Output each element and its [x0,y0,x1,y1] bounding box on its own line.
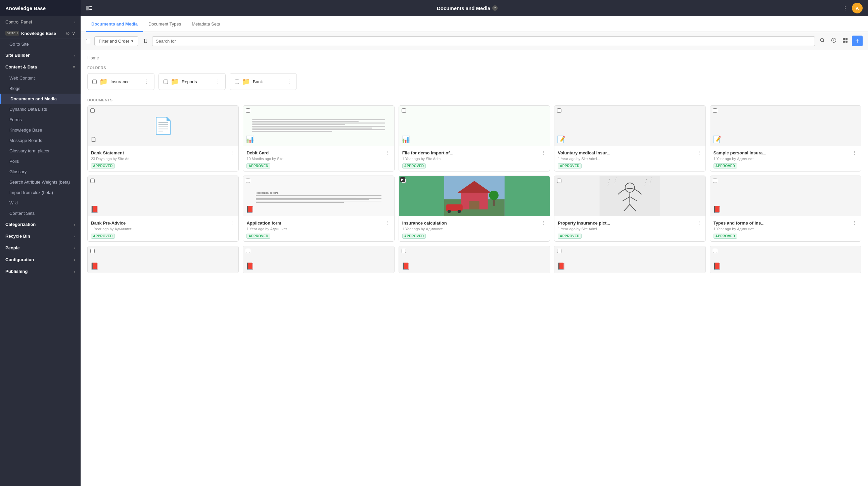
doc-bank-statement[interactable]: 📄 🗋 Bank Statement ⋮ 23 Days ago by Site… [87,105,239,171]
topbar-menu-button[interactable]: ⋮ [842,5,848,11]
folder-insurance[interactable]: 📁 Insurance ⋮ [87,73,154,90]
sort-button[interactable]: ⇅ [141,37,149,46]
sidebar-item-content-data[interactable]: Content & Data ∨ [0,61,81,73]
pdf-icon8: 📕 [713,262,721,270]
folder-reports-checkbox[interactable] [163,79,168,84]
select-all-checkbox[interactable] [86,39,90,43]
sidebar-item-import-xlsx[interactable]: Import from xlsx (beta) [0,187,81,198]
sidebar-item-glossary[interactable]: Glossary [0,166,81,177]
tab-documents-and-media[interactable]: Documents and Media [86,17,143,32]
sidebar-item-dynamic-data-lists[interactable]: Dynamic Data Lists [0,104,81,115]
sidebar-item-web-content[interactable]: Web Content [0,73,81,83]
doc-voluntary-medical[interactable]: 📝 Voluntary medical insur... ⋮ 1 Year ag… [554,105,706,171]
sidebar-item-documents-and-media[interactable]: Documents and Media [0,94,81,104]
sidebar-item-search-attr[interactable]: Search Attribute Weights (beta) [0,177,81,187]
doc-row3-1[interactable]: 📕 [87,246,239,273]
sidebar-item-polls[interactable]: Polls [0,156,81,166]
doc-row3-3[interactable]: 📕 [399,246,550,273]
doc-preview-r35: 📕 [710,246,861,273]
doc-checkbox-r32[interactable] [246,249,250,253]
doc-types-forms[interactable]: 📕 Types and forms of ins... ⋮ 1 Year ago… [710,175,861,242]
doc-checkbox-bank-statement[interactable] [90,108,95,113]
sheet-icon2: 📊 [402,135,410,143]
doc-checkbox-application[interactable] [246,179,250,183]
doc-file-demo[interactable]: 📊 File for demo import of... ⋮ 1 Year ag… [399,105,550,171]
folder-bank-checkbox[interactable] [235,79,239,84]
sidebar-item-site-builder[interactable]: Site Builder › [0,49,81,61]
topbar-title-text: Documents and Media [437,5,490,11]
sidebar-item-recycle-bin[interactable]: Recycle Bin › [0,230,81,242]
doc-meta-application: 1 Year ago by Админист... [246,227,391,231]
folder-insurance-menu-icon[interactable]: ⋮ [144,78,149,85]
tab-metadata-sets[interactable]: Metadata Sets [186,17,225,32]
sidebar-item-categorization[interactable]: Categorization › [0,219,81,230]
doc-bank-pre-advice[interactable]: 📕 Bank Pre-Advice ⋮ 1 Year ago by Админи… [87,175,239,242]
site-chevron-icon[interactable]: ∨ [72,31,75,36]
doc-row3-4[interactable]: 📕 [554,246,706,273]
doc-menu-file-demo[interactable]: ⋮ [540,149,546,156]
sidebar-item-message-boards[interactable]: Message Boards [0,135,81,146]
doc-row3-5[interactable]: 📕 [710,246,861,273]
filter-order-button[interactable]: Filter and Order ▼ [94,36,138,46]
info-icon-button[interactable] [829,36,838,46]
doc-checkbox-debit-card[interactable] [246,108,250,113]
doc-title-application: Application form [246,221,384,226]
topbar-help-icon[interactable]: ? [492,5,498,11]
doc-checkbox-bank-pre[interactable] [90,179,95,183]
doc-row3-2[interactable]: 📕 [243,246,394,273]
doc-menu-application[interactable]: ⋮ [385,220,391,226]
doc-checkbox-r34[interactable] [557,249,561,253]
doc-checkbox-r35[interactable] [713,249,717,253]
doc-title-voluntary: Voluntary medical insur... [558,150,696,155]
site-settings-icon[interactable]: ⊙ [66,31,70,36]
sidebar-control-panel[interactable]: Control Panel › [0,16,81,28]
doc-application-form[interactable]: Переводной вексель 📕 Application fo [243,175,394,242]
folder-bank-menu-icon[interactable]: ⋮ [286,78,292,85]
doc-sample-personal[interactable]: 📝 Sample personal insura... ⋮ 1 Year ago… [710,105,861,171]
doc-menu-property[interactable]: ⋮ [696,220,702,226]
badge-voluntary: APPROVED [558,163,582,168]
doc-checkbox-types[interactable] [713,179,717,183]
user-avatar[interactable]: A [852,3,863,13]
sidebar-item-wiki[interactable]: Wiki [0,198,81,208]
doc-checkbox-r33[interactable] [402,249,406,253]
sidebar-item-glossary-term-placer[interactable]: Glossary term placer [0,146,81,156]
doc-menu-voluntary[interactable]: ⋮ [696,149,702,156]
sidebar-item-publishing[interactable]: Publishing › [0,265,81,277]
doc-meta-bank-statement: 23 Days ago by Site Ad... [91,157,235,161]
doc-checkbox-voluntary[interactable] [557,108,561,113]
folder-bank[interactable]: 📁 Bank ⋮ [230,73,297,90]
sidebar-toggle-button[interactable] [86,6,92,10]
doc-preview-r33: 📕 [399,246,550,273]
doc-insurance-calc[interactable]: ▶ Insurance calculation ⋮ 1 Year ago by … [399,175,550,242]
doc-debit-card[interactable]: 📊 Debit Card ⋮ 10 Months ago by Site ...… [243,105,394,171]
doc-title-types: Types and forms of ins... [714,221,851,226]
doc-menu-insurance-calc[interactable]: ⋮ [540,220,546,226]
doc-checkbox-file-demo[interactable] [402,108,406,113]
sidebar-item-knowledge-base[interactable]: Knowledge Base [0,125,81,135]
tab-document-types[interactable]: Document Types [143,17,186,32]
folder-reports[interactable]: 📁 Reports ⋮ [158,73,226,90]
folder-reports-menu-icon[interactable]: ⋮ [215,78,221,85]
doc-checkbox-r31[interactable] [90,249,95,253]
doc-menu-types[interactable]: ⋮ [851,220,858,226]
house-illustration [399,176,550,216]
sidebar-item-go-to-site[interactable]: Go to Site [0,39,81,49]
sidebar-item-blogs[interactable]: Blogs [0,83,81,94]
doc-menu-bank-pre[interactable]: ⋮ [229,220,235,226]
doc-menu-debit-card[interactable]: ⋮ [385,149,391,156]
doc-property-insurance[interactable]: Property insurance pict... ⋮ 1 Year ago … [554,175,706,242]
folder-insurance-checkbox[interactable] [92,79,97,84]
sidebar-item-configuration[interactable]: Configuration › [0,254,81,265]
doc-menu-sample[interactable]: ⋮ [851,149,858,156]
folder-icon: 📁 [170,77,179,86]
search-icon-button[interactable] [818,36,827,46]
add-button[interactable]: + [852,36,863,46]
sidebar-item-forms[interactable]: Forms [0,115,81,125]
sidebar-item-content-sets[interactable]: Content Sets [0,208,81,219]
search-input[interactable] [156,39,811,44]
grid-view-button[interactable] [840,36,850,46]
doc-menu-bank-statement[interactable]: ⋮ [229,149,235,156]
sidebar-item-people[interactable]: People › [0,242,81,254]
doc-checkbox-sample[interactable] [713,108,717,113]
